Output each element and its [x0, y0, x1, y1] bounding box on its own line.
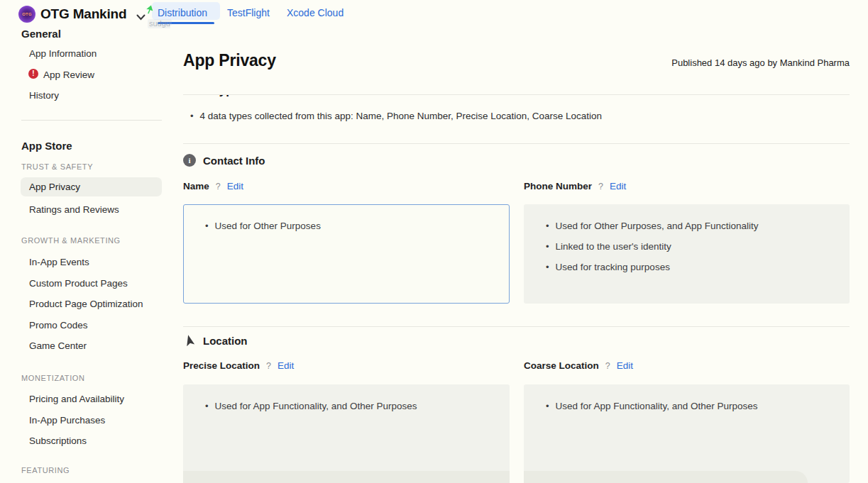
bottom-shade-left	[183, 471, 510, 483]
sidebar-item-promo-codes[interactable]: Promo Codes	[29, 320, 88, 331]
coarse-location-edit-link[interactable]: Edit	[617, 360, 633, 371]
bullet-dot: •	[205, 401, 209, 411]
location-title: Location	[203, 335, 248, 347]
sidebar-group-general: General	[21, 28, 61, 40]
coarse-location-help-icon[interactable]: ?	[605, 361, 610, 371]
usage-bullet: • Used for App Functionality, and Other …	[546, 401, 835, 411]
sidebar-group-app-store: App Store	[21, 140, 72, 152]
usage-bullet: • Used for App Functionality, and Other …	[205, 401, 495, 411]
app-store-connect-page: OTG OTG Mankind Distribution TestFlight …	[0, 0, 868, 483]
contact-info-header: i Contact Info	[183, 154, 265, 167]
usage-bullet: • Used for Other Purposes	[205, 221, 495, 231]
coarse-location-field-header: Coarse Location ? Edit	[524, 360, 633, 371]
sidebar-section-featuring: FEATURING	[21, 466, 70, 475]
bullet-dot: •	[546, 241, 549, 252]
bottom-shade-right	[524, 471, 808, 483]
phone-number-label: Phone Number	[524, 181, 592, 191]
published-status: Published 14 days ago by Mankind Pharma	[671, 57, 850, 68]
alert-badge-icon: !	[28, 69, 38, 79]
header-divider	[183, 94, 850, 95]
presence-cursor-name: sudgu	[148, 19, 172, 28]
sidebar-section-growth-marketing: GROWTH & MARKETING	[21, 236, 121, 245]
usage-bullet-text: Used for Other Purposes, and App Functio…	[556, 221, 759, 231]
presence-cursor-icon	[144, 4, 155, 19]
data-types-summary-text: 4 data types collected from this app: Na…	[200, 111, 603, 122]
phone-field-header: Phone Number ? Edit	[524, 181, 626, 191]
page-header: App Privacy Published 14 days ago by Man…	[170, 26, 868, 95]
sidebar-item-product-page-optimization[interactable]: Product Page Optimization	[29, 299, 143, 310]
usage-bullet: • Used for Other Purposes, and App Funct…	[546, 221, 835, 231]
usage-bullet-text: Used for tracking purposes	[556, 262, 670, 272]
tab-testflight[interactable]: TestFlight	[227, 7, 270, 18]
usage-bullet-text: Linked to the user's identity	[556, 241, 671, 252]
alert-badge-glyph: !	[32, 70, 34, 77]
name-usage-card: • Used for Other Purposes	[183, 204, 510, 304]
contact-info-title: Contact Info	[203, 155, 265, 167]
tab-xcode-cloud[interactable]: Xcode Cloud	[287, 7, 344, 18]
sidebar-divider	[21, 120, 162, 121]
sidebar-item-in-app-purchases[interactable]: In-App Purchases	[29, 415, 105, 426]
data-types-summary: • 4 data types collected from this app: …	[190, 111, 602, 122]
sidebar-item-app-information[interactable]: App Information	[29, 48, 97, 60]
sidebar-item-game-center[interactable]: Game Center	[29, 340, 87, 352]
usage-bullet-text: Used for App Functionality, and Other Pu…	[556, 401, 758, 411]
bullet-dot: •	[546, 401, 549, 411]
section-divider	[183, 143, 850, 144]
section-divider	[183, 326, 850, 327]
name-label: Name	[183, 181, 209, 191]
app-icon-label: OTG	[22, 12, 32, 16]
bullet-dot: •	[205, 221, 209, 231]
usage-bullet: • Used for tracking purposes	[546, 262, 835, 272]
sidebar-section-trust-safety: TRUST & SAFETY	[21, 162, 93, 172]
name-edit-link[interactable]: Edit	[227, 181, 243, 191]
usage-bullet-text: Used for Other Purposes	[215, 221, 321, 231]
bullet-dot: •	[546, 221, 549, 231]
phone-usage-card: • Used for Other Purposes, and App Funct…	[524, 204, 850, 304]
sidebar-item-app-review[interactable]: App Review	[43, 70, 94, 81]
phone-edit-link[interactable]: Edit	[610, 181, 626, 191]
precise-location-help-icon[interactable]: ?	[266, 361, 271, 371]
location-header: Location	[183, 334, 248, 347]
sidebar-item-in-app-events[interactable]: In-App Events	[29, 257, 89, 268]
precise-location-label: Precise Location	[183, 360, 260, 371]
usage-bullet: • Linked to the user's identity	[546, 241, 835, 252]
sidebar-item-app-privacy-label: App Privacy	[29, 182, 80, 192]
sidebar-item-ratings-reviews[interactable]: Ratings and Reviews	[29, 204, 119, 216]
sidebar-item-app-privacy-selected[interactable]: App Privacy	[21, 177, 162, 196]
precise-location-edit-link[interactable]: Edit	[278, 360, 294, 371]
app-icon: OTG	[18, 6, 35, 23]
name-field-header: Name ? Edit	[183, 181, 243, 191]
bullet-dot: •	[190, 111, 194, 122]
precise-location-field-header: Precise Location ? Edit	[183, 360, 294, 371]
sidebar-section-monetization: MONETIZATION	[21, 374, 85, 383]
sidebar-item-subscriptions[interactable]: Subscriptions	[29, 435, 87, 447]
coarse-location-usage-card: • Used for App Functionality, and Other …	[524, 384, 850, 483]
sidebar-item-history[interactable]: History	[29, 90, 59, 101]
location-arrow-icon	[183, 334, 196, 347]
precise-location-usage-card: • Used for App Functionality, and Other …	[183, 384, 510, 483]
sidebar-item-pricing-availability[interactable]: Pricing and Availability	[29, 394, 124, 405]
app-name-title[interactable]: OTG Mankind	[40, 6, 126, 22]
phone-help-icon[interactable]: ?	[598, 182, 603, 191]
info-circle-icon: i	[183, 154, 196, 167]
bullet-dot: •	[546, 262, 549, 272]
tab-distribution[interactable]: Distribution	[158, 7, 207, 18]
name-help-icon[interactable]: ?	[216, 182, 221, 191]
sidebar-item-custom-product-pages[interactable]: Custom Product Pages	[29, 278, 128, 289]
page-title: App Privacy	[183, 51, 276, 70]
usage-bullet-text: Used for App Functionality, and Other Pu…	[215, 401, 417, 411]
coarse-location-label: Coarse Location	[524, 360, 599, 371]
